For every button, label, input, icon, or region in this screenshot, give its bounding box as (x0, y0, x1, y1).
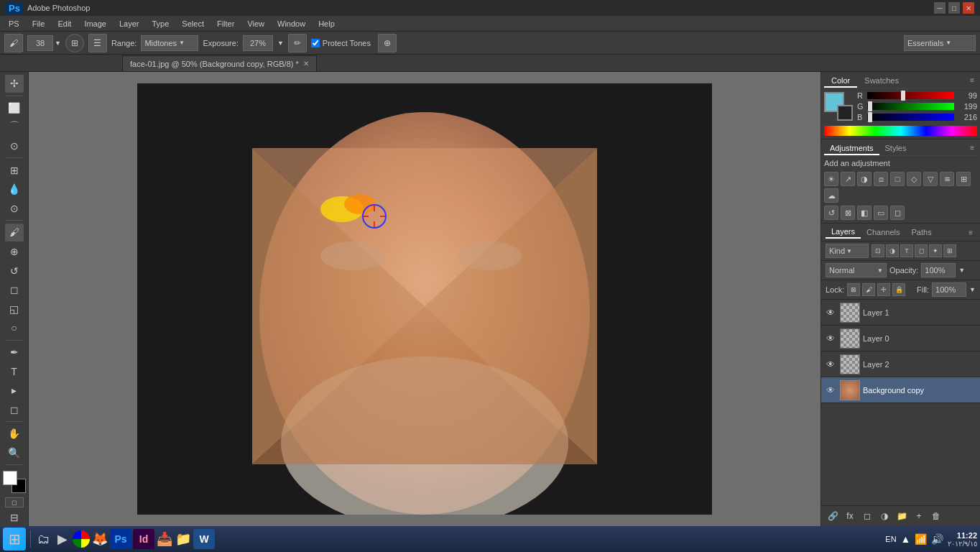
menu-image[interactable]: Image (78, 18, 112, 29)
adj-vibrance-icon[interactable]: ⧈ (874, 172, 888, 186)
r-slider-thumb[interactable] (901, 91, 905, 101)
adj-hsl-icon[interactable]: □ (890, 172, 905, 186)
r-slider-track[interactable] (867, 92, 954, 99)
filter-adjustment-icon[interactable]: ◑ (886, 244, 899, 257)
zoom-tool[interactable]: 🔍 (5, 444, 24, 462)
adj-color-balance-icon[interactable]: ◇ (907, 172, 921, 186)
lock-image-icon[interactable]: 🖌 (862, 283, 875, 296)
fx-icon[interactable]: fx (843, 509, 857, 523)
brush-preset-btn[interactable]: ⊞ (65, 34, 84, 52)
tab-adjustments[interactable]: Adjustments (824, 142, 879, 155)
lock-transparent-icon[interactable]: ⊠ (847, 283, 860, 296)
tab-styles[interactable]: Styles (879, 142, 912, 155)
adj-photo-filter-icon[interactable]: ≋ (940, 172, 954, 186)
airbrush-btn[interactable]: ✏ (288, 34, 307, 52)
taskbar-firefox-icon[interactable]: 🦊 (91, 530, 108, 548)
taskbar-folder-icon[interactable]: 🗂 (35, 530, 52, 548)
eyedropper-tool[interactable]: 💧 (5, 180, 24, 198)
menu-help[interactable]: Help (313, 18, 341, 29)
lasso-tool[interactable]: ⌒ (5, 118, 24, 136)
essentials-dropdown[interactable]: Essentials ▼ (904, 35, 976, 51)
adj-brightness-icon[interactable]: ☀ (824, 172, 838, 186)
taskbar-media-icon[interactable]: ▶ (54, 530, 71, 548)
adj-color-lookup-icon[interactable]: ☁ (824, 188, 838, 203)
new-layer-icon[interactable]: + (912, 509, 926, 523)
menu-edit[interactable]: Edit (52, 18, 77, 29)
screen-mode-btn[interactable]: ⊟ (5, 509, 24, 527)
start-button[interactable]: ⊞ (3, 528, 26, 551)
adj-threshold-icon[interactable]: ◧ (857, 206, 872, 220)
g-slider-track[interactable] (867, 103, 954, 110)
foreground-color-swatch[interactable] (3, 471, 17, 485)
protect-tones-checkbox[interactable] (311, 39, 320, 47)
taskbar-ps-icon[interactable]: Ps (110, 529, 131, 549)
delete-layer-icon[interactable]: 🗑 (929, 509, 943, 523)
filter-type-icon[interactable]: T (900, 244, 913, 257)
shape-tool[interactable]: ◻ (5, 401, 24, 419)
b-slider-thumb[interactable] (868, 112, 872, 122)
menu-file[interactable]: File (27, 18, 51, 29)
eyedropper-btn[interactable]: ⊕ (378, 34, 397, 52)
adjustment-icon[interactable]: ◑ (877, 509, 892, 523)
gradient-tool[interactable]: ◱ (5, 300, 24, 318)
layer0-eye[interactable]: 👁 (824, 332, 837, 345)
taskbar-word-icon[interactable]: W (193, 529, 215, 549)
menu-view[interactable]: View (241, 18, 270, 29)
tab-swatches[interactable]: Swatches (857, 75, 906, 88)
clone-stamp-tool[interactable]: ⊕ (5, 243, 24, 261)
color-swatches-display[interactable] (824, 92, 853, 121)
maximize-button[interactable]: □ (948, 2, 960, 14)
layer1-eye[interactable]: 👁 (824, 306, 837, 319)
opacity-arrow[interactable]: ▼ (958, 267, 965, 274)
text-tool[interactable]: T (5, 362, 24, 380)
path-selection-tool[interactable]: ▸ (5, 382, 24, 400)
tab-color[interactable]: Color (824, 75, 857, 88)
layer-item-layer0[interactable]: 👁 Layer 0 (821, 326, 980, 351)
crop-tool[interactable]: ⊞ (5, 161, 24, 179)
b-slider-track[interactable] (867, 114, 954, 121)
adj-bw-icon[interactable]: ▽ (923, 172, 938, 186)
quick-mask-btn[interactable]: ◻ (5, 497, 24, 507)
close-button[interactable]: ✕ (963, 2, 974, 14)
systray-arrow-icon[interactable]: ▲ (901, 533, 911, 545)
layer2-eye[interactable]: 👁 (824, 358, 837, 371)
brush-options-btn[interactable]: ☰ (88, 34, 107, 52)
range-dropdown[interactable]: Midtones ▼ (141, 35, 198, 51)
tool-preset-picker[interactable]: 🖌 (4, 34, 23, 52)
taskbar-chrome-icon[interactable] (73, 530, 90, 548)
fill-arrow[interactable]: ▼ (969, 286, 976, 293)
layer-item-layer2[interactable]: 👁 Layer 2 (821, 351, 980, 377)
history-brush-tool[interactable]: ↺ (5, 262, 24, 280)
filter-smart-icon[interactable]: ✦ (929, 244, 942, 257)
link-icon[interactable]: 🔗 (826, 509, 840, 523)
tab-close-btn[interactable]: ✕ (303, 60, 309, 68)
color-swatches[interactable] (3, 471, 26, 492)
adj-exposure-icon[interactable]: ◑ (857, 172, 872, 186)
adj-selective-color-icon[interactable]: ◻ (890, 206, 905, 220)
taskbar-id-icon[interactable]: Id (133, 529, 154, 549)
layers-panel-menu[interactable]: ≡ (966, 227, 976, 238)
tab-channels[interactable]: Channels (861, 226, 905, 238)
kind-dropdown[interactable]: Kind ▼ (826, 244, 869, 258)
lock-position-icon[interactable]: ✢ (877, 283, 890, 296)
menu-layer[interactable]: Layer (114, 18, 145, 29)
dodge-tool[interactable]: ○ (5, 319, 24, 337)
eraser-tool[interactable]: ◻ (5, 281, 24, 299)
opacity-value[interactable]: 100% (921, 263, 956, 277)
color-spectrum[interactable] (824, 126, 977, 136)
adj-curves-icon[interactable]: ↗ (841, 172, 855, 186)
exposure-arrow[interactable]: ▼ (277, 40, 284, 47)
layer-item-bg-copy[interactable]: 👁 Background copy (821, 377, 980, 403)
rectangular-marquee-tool[interactable]: ⬜ (5, 99, 24, 117)
brush-tool[interactable]: 🖌 (5, 224, 24, 242)
group-icon[interactable]: 📁 (895, 509, 909, 523)
patch-tool[interactable]: ⊙ (5, 200, 24, 218)
systray-volume-icon[interactable]: 🔊 (931, 533, 943, 545)
tab-layers[interactable]: Layers (826, 226, 861, 239)
adj-invert-icon[interactable]: ↺ (824, 206, 838, 220)
pen-tool[interactable]: ✒ (5, 344, 24, 362)
layer-item-layer1[interactable]: 👁 Layer 1 (821, 300, 980, 326)
minimize-button[interactable]: ─ (934, 2, 946, 14)
bg-copy-eye[interactable]: 👁 (824, 384, 837, 397)
title-bar-controls[interactable]: ─ □ ✕ (934, 2, 974, 14)
